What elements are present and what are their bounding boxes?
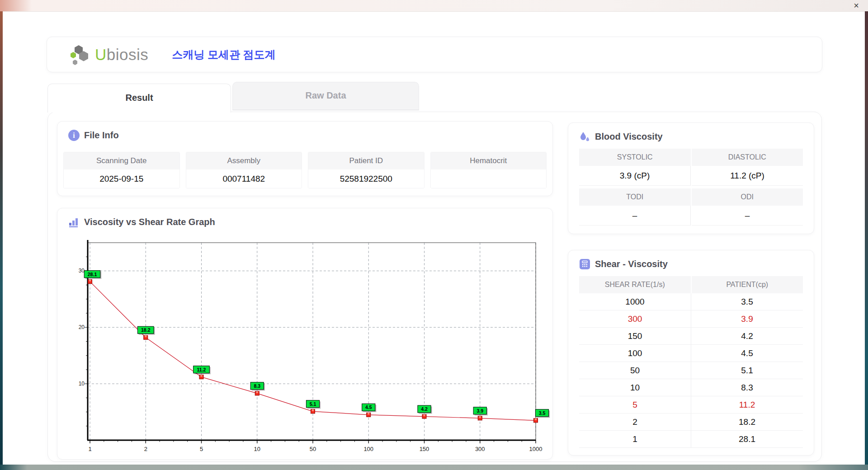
svg-text:150: 150 [420, 446, 429, 452]
svg-text:28.1: 28.1 [88, 272, 97, 277]
ubiosis-logo-icon [69, 43, 92, 66]
svg-text:50: 50 [310, 446, 316, 452]
calculator-icon [579, 258, 590, 270]
tab-result[interactable]: Result [47, 84, 231, 113]
table-row: 1504.2 [579, 328, 803, 345]
app-title: 스캐닝 모세관 점도계 [172, 47, 275, 62]
svg-text:3.9: 3.9 [476, 408, 483, 414]
table-row: 10003.5 [579, 293, 803, 310]
blood-viscosity-title: Blood Viscosity [595, 132, 663, 142]
bar-chart-icon [68, 216, 80, 228]
file-info-title: File Info [84, 130, 119, 141]
ubiosis-logo: Ubiosis [69, 43, 148, 66]
diastolic-value: 11.2 (cP) [692, 166, 803, 186]
field-assembly: Assembly 000711482 [186, 152, 302, 188]
tab-raw-data[interactable]: Raw Data [232, 82, 419, 110]
shear-viscosity-title: Shear - Viscosity [595, 259, 668, 269]
desktop-edge-bottom [0, 465, 868, 470]
systolic-value: 3.9 (cP) [579, 166, 691, 186]
table-row: 511.2 [579, 396, 803, 414]
svg-text:300: 300 [475, 446, 485, 452]
field-hematocrit: Hematocrit [430, 152, 547, 188]
svg-text:4.5: 4.5 [365, 404, 372, 410]
svg-text:11.2: 11.2 [197, 367, 206, 372]
graph-title: Viscosity vs Shear Rate Graph [84, 217, 215, 227]
systolic-header: SYSTOLIC [579, 149, 691, 166]
svg-text:5.1: 5.1 [310, 401, 316, 407]
svg-text:5: 5 [200, 446, 203, 452]
todi-value: – [579, 206, 691, 226]
svg-text:18.2: 18.2 [141, 327, 151, 333]
diastolic-header: DIASTOLIC [692, 149, 803, 166]
graph-card: Viscosity vs Shear Rate Graph 1020301251… [57, 208, 553, 460]
table-row: 218.2 [579, 414, 803, 431]
field-patient-id: Patient ID 52581922500 [308, 152, 425, 188]
svg-text:3.5: 3.5 [539, 410, 546, 416]
desktop-edge-right [865, 11, 868, 470]
viscosity-chart: 1020301251050100150300100028.118.211.28.… [71, 235, 557, 455]
close-icon[interactable]: × [850, 0, 863, 11]
svg-text:10: 10 [79, 381, 85, 387]
blood-viscosity-card: Blood Viscosity SYSTOLIC DIASTOLIC 3.9 (… [568, 122, 814, 234]
svg-text:20: 20 [79, 324, 85, 330]
svg-text:10: 10 [254, 446, 260, 452]
table-row: 505.1 [579, 362, 803, 379]
table-row: 3003.9 [579, 310, 803, 328]
info-icon: i [68, 130, 80, 141]
header-card: Ubiosis 스캐닝 모세관 점도계 [47, 37, 822, 72]
table-row: 1004.5 [579, 345, 803, 362]
svg-text:4.2: 4.2 [421, 406, 428, 412]
result-panel: i File Info Scanning Date 2025-09-15 Ass… [47, 112, 822, 462]
logo-text: Ubiosis [95, 46, 148, 64]
shear-rate-column-header: SHEAR RATE(1/s) [579, 276, 691, 293]
svg-text:30: 30 [79, 268, 85, 274]
svg-text:100: 100 [363, 446, 373, 452]
odi-value: – [692, 206, 803, 226]
window-titlebar: × [0, 0, 868, 12]
droplet-icon [579, 131, 590, 142]
field-scanning-date: Scanning Date 2025-09-15 [63, 152, 180, 188]
desktop-edge-left [0, 11, 3, 470]
file-info-card: i File Info Scanning Date 2025-09-15 Ass… [57, 121, 553, 196]
table-row: 108.3 [579, 379, 803, 396]
patient-column-header: PATIENT(cp) [692, 276, 803, 293]
desktop: × Ubiosis 스캐닝 모세관 점도계 Result Raw Data i … [0, 0, 868, 470]
svg-text:1000: 1000 [529, 446, 542, 452]
svg-text:1: 1 [88, 446, 91, 452]
table-row: 128.1 [579, 431, 803, 448]
shear-viscosity-card: Shear - Viscosity SHEAR RATE(1/s) PATIEN… [568, 250, 814, 456]
shear-viscosity-table: SHEAR RATE(1/s) PATIENT(cp) 10003.5 3003… [579, 276, 803, 448]
todi-header: TODI [579, 188, 691, 206]
svg-text:8.3: 8.3 [254, 383, 260, 389]
odi-header: ODI [692, 188, 803, 206]
svg-text:2: 2 [144, 446, 147, 452]
